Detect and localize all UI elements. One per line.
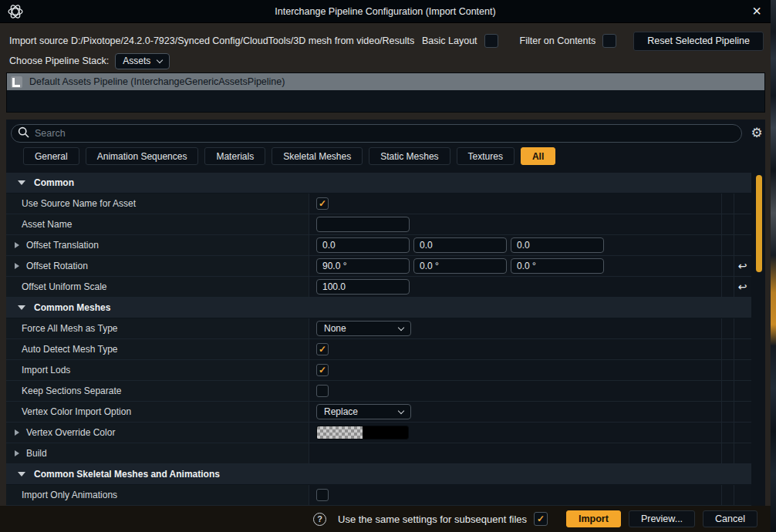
- expand-arrow-icon[interactable]: [15, 429, 19, 436]
- numeric-field[interactable]: [511, 237, 604, 253]
- property-value-cell: [309, 277, 722, 297]
- dropdown-select[interactable]: Replace: [316, 404, 411, 419]
- property-label: Offset Translation: [26, 240, 99, 251]
- property-label: Use Source Name for Asset: [22, 198, 136, 209]
- spacer-cell: [722, 402, 734, 422]
- basic-layout-label: Basic Layout: [422, 35, 477, 46]
- pipeline-list: Default Assets Pipeline (InterchangeGene…: [6, 72, 765, 113]
- search-icon: [18, 126, 29, 141]
- checkbox[interactable]: ✓: [316, 364, 329, 376]
- property-value-cell: Replace: [309, 402, 722, 422]
- collapse-arrow-icon: [18, 472, 25, 476]
- section-header-common-meshes[interactable]: Common Meshes: [6, 298, 751, 318]
- reset-to-default-icon[interactable]: ↩: [738, 260, 747, 272]
- color-swatch[interactable]: [316, 426, 409, 439]
- property-value-cell: [309, 235, 722, 255]
- help-icon[interactable]: ?: [313, 513, 326, 526]
- property-label: Import Lods: [22, 365, 70, 375]
- dropdown-select[interactable]: None: [316, 321, 411, 336]
- spacer-cell: [722, 256, 734, 276]
- tab-materials[interactable]: Materials: [204, 147, 265, 165]
- property-value-cell: None: [309, 318, 722, 338]
- spacer-cell: [722, 381, 734, 401]
- collapse-arrow-icon: [18, 180, 25, 185]
- property-label-cell: Import Lods: [6, 360, 309, 380]
- pipeline-stack-select[interactable]: Assets: [115, 53, 170, 69]
- tab-textures[interactable]: Textures: [457, 147, 515, 165]
- pipeline-stack-value: Assets: [123, 56, 150, 66]
- footer-bar: ? Use the same settings for subsequent f…: [0, 506, 771, 532]
- spacer-cell: [722, 318, 734, 338]
- property-label-cell: Keep Sections Separate: [6, 381, 309, 401]
- property-label-cell: Offset Rotation: [6, 256, 309, 276]
- cancel-button[interactable]: Cancel: [703, 510, 757, 527]
- section-header-common-skeletal-meshes-and-animations[interactable]: Common Skeletal Meshes and Animations: [6, 464, 751, 485]
- search-input[interactable]: [35, 128, 741, 139]
- preview-button[interactable]: Preview...: [629, 510, 695, 527]
- scrollbar-thumb[interactable]: [756, 175, 762, 272]
- property-row-keep-sections-separate: Keep Sections Separate✓: [6, 381, 751, 402]
- spacer-cell: [722, 235, 734, 255]
- details-panel: ⚙ GeneralAnimation SequencesMaterialsSke…: [6, 120, 765, 506]
- property-value-cell: ✓: [309, 194, 722, 214]
- checkbox[interactable]: ✓: [316, 197, 329, 210]
- numeric-field[interactable]: [413, 237, 507, 253]
- property-row-asset-name: Asset Name: [6, 214, 751, 235]
- close-icon[interactable]: ×: [752, 0, 761, 23]
- reset-cell: ↩: [734, 256, 751, 276]
- same-settings-checkbox[interactable]: ✓: [534, 512, 548, 526]
- spacer-cell: [722, 214, 734, 234]
- tab-skeletal-meshes[interactable]: Skeletal Meshes: [272, 147, 363, 165]
- expand-arrow-icon[interactable]: [15, 263, 19, 269]
- numeric-field[interactable]: [316, 258, 410, 274]
- property-value-cell: ✓: [309, 381, 722, 401]
- property-label: Import Only Animations: [22, 490, 117, 500]
- chevron-down-icon: [157, 56, 163, 62]
- search-box: [11, 124, 742, 143]
- reset-cell: [734, 485, 751, 505]
- text-field[interactable]: [316, 279, 410, 295]
- property-row-force-all-mesh-as-type: Force All Mesh as TypeNone: [6, 318, 751, 339]
- reset-selected-pipeline-button[interactable]: Reset Selected Pipeline: [633, 32, 764, 51]
- expand-arrow-icon[interactable]: [15, 242, 19, 248]
- property-row-auto-detect-mesh-type: Auto Detect Mesh Type✓: [6, 339, 751, 360]
- tab-static-meshes[interactable]: Static Meshes: [369, 147, 450, 165]
- property-value-cell: ✓: [309, 360, 722, 380]
- spacer-cell: [722, 423, 734, 443]
- expand-arrow-icon[interactable]: [15, 450, 19, 456]
- checkbox[interactable]: ✓: [316, 385, 329, 397]
- reset-cell: ↩: [734, 277, 751, 297]
- property-label: Vertex Override Color: [26, 427, 115, 438]
- reset-to-default-icon[interactable]: ↩: [738, 281, 747, 293]
- settings-gear-icon[interactable]: ⚙: [748, 124, 765, 143]
- checkbox[interactable]: ✓: [316, 343, 329, 355]
- checkbox[interactable]: ✓: [316, 489, 329, 501]
- numeric-field[interactable]: [316, 237, 410, 253]
- basic-layout-checkbox[interactable]: [484, 34, 498, 48]
- spacer-cell: [722, 339, 734, 359]
- chevron-down-icon: [398, 324, 404, 330]
- dialog-title: Interchange Pipeline Configuration (Impo…: [0, 0, 771, 23]
- tab-all[interactable]: All: [521, 147, 555, 165]
- property-label: Asset Name: [22, 219, 72, 230]
- reset-cell: [734, 423, 751, 443]
- category-tabs: GeneralAnimation SequencesMaterialsSkele…: [23, 147, 555, 165]
- property-value-cell: [309, 214, 722, 234]
- property-value-cell: [309, 256, 722, 276]
- property-label-cell: Vertex Override Color: [6, 423, 309, 443]
- tab-animation-sequences[interactable]: Animation Sequences: [86, 147, 199, 165]
- numeric-field[interactable]: [413, 258, 507, 274]
- property-label: Auto Detect Mesh Type: [22, 344, 118, 355]
- tab-general[interactable]: General: [23, 147, 79, 165]
- property-grid: CommonUse Source Name for Asset✓Asset Na…: [6, 173, 751, 506]
- text-field[interactable]: [316, 217, 410, 232]
- import-button[interactable]: Import: [566, 510, 621, 527]
- filter-on-contents-checkbox[interactable]: [602, 34, 616, 48]
- pipeline-list-item[interactable]: Default Assets Pipeline (InterchangeGene…: [7, 73, 764, 90]
- property-value-cell: [309, 443, 722, 463]
- numeric-field[interactable]: [511, 258, 604, 274]
- property-row-build: Build: [6, 443, 751, 464]
- section-header-common[interactable]: Common: [6, 173, 751, 194]
- color-solid: [363, 426, 408, 439]
- property-label: Offset Rotation: [26, 261, 88, 271]
